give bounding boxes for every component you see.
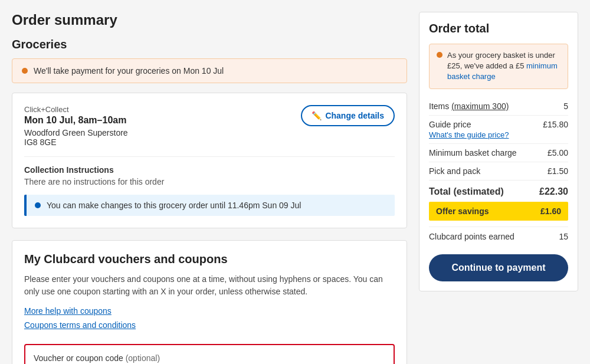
items-max: (maximum 300) — [451, 101, 509, 111]
basket-notice-text: As your grocery basket is under £25, we'… — [447, 50, 560, 83]
clubcard-value: 15 — [559, 232, 568, 241]
min-basket-label: Minimum basket charge — [429, 148, 517, 158]
slot-time: Mon 10 Jul, 8am–10am — [24, 115, 128, 126]
change-details-label: Change details — [325, 111, 384, 120]
min-basket-charge-link[interactable]: minimum basket charge — [447, 61, 558, 81]
delivery-info: Click+Collect Mon 10 Jul, 8am–10am Woodf… — [24, 105, 128, 147]
voucher-input-section: Voucher or coupon code (optional) Apply — [24, 344, 395, 364]
change-notice-box: You can make changes to this grocery ord… — [24, 195, 395, 216]
payment-notice-banner: We'll take payment for your groceries on… — [12, 58, 407, 83]
clubcard-row: Clubcard points earned 15 — [429, 227, 568, 246]
vouchers-card: My Clubcard vouchers and coupons Please … — [12, 240, 407, 364]
offer-savings-value: £1.60 — [540, 206, 561, 216]
total-label: Total (estimated) — [429, 186, 504, 197]
voucher-label: Voucher or coupon code (optional) — [34, 353, 385, 363]
groceries-section-title: Groceries — [12, 38, 407, 51]
notice-dot-icon — [22, 68, 28, 74]
order-total-sidebar: Order total As your grocery basket is un… — [419, 12, 578, 364]
offer-savings-label: Offer savings — [436, 206, 489, 216]
info-dot-icon — [35, 202, 41, 208]
pick-pack-value: £1.50 — [548, 166, 568, 176]
clubcard-label: Clubcard points earned — [429, 232, 514, 241]
basket-notice-dot-icon — [437, 52, 442, 58]
guide-price-line: Guide price What's the guide price? £15.… — [429, 116, 568, 144]
vouchers-description: Please enter your vouchers and coupons o… — [24, 273, 395, 298]
postcode: IG8 8GE — [24, 137, 128, 147]
min-basket-line: Minimum basket charge £5.00 — [429, 144, 568, 162]
payment-notice-text: We'll take payment for your groceries on… — [34, 66, 224, 76]
vouchers-title: My Clubcard vouchers and coupons — [24, 252, 395, 266]
optional-label: (optional) — [126, 353, 160, 363]
guide-price-link[interactable]: What's the guide price? — [429, 130, 509, 139]
pencil-icon: ✏️ — [312, 111, 322, 120]
order-total-title: Order total — [429, 22, 568, 35]
change-notice-text: You can make changes to this grocery ord… — [47, 201, 301, 210]
page-title: Order summary — [12, 12, 407, 28]
collection-instructions-label: Collection Instructions — [24, 165, 395, 175]
change-details-button[interactable]: ✏️ Change details — [301, 105, 395, 126]
min-basket-value: £5.00 — [548, 148, 568, 158]
total-value: £22.30 — [539, 186, 568, 197]
order-total-card: Order total As your grocery basket is un… — [419, 12, 578, 291]
guide-price-label: Guide price What's the guide price? — [429, 120, 509, 139]
continue-to-payment-button[interactable]: Continue to payment — [429, 254, 568, 281]
main-content: Order summary Groceries We'll take payme… — [12, 12, 407, 364]
total-line: Total (estimated) £22.30 — [429, 181, 568, 202]
more-help-link[interactable]: More help with coupons — [24, 306, 395, 316]
guide-price-value: £15.80 — [543, 120, 568, 129]
pick-pack-label: Pick and pack — [429, 166, 480, 176]
pick-pack-line: Pick and pack £1.50 — [429, 162, 568, 181]
items-line: Items (maximum 300) 5 — [429, 97, 568, 116]
items-count: 5 — [563, 101, 568, 111]
collection-instructions-text: There are no instructions for this order — [24, 177, 395, 186]
basket-notice: As your grocery basket is under £25, we'… — [429, 44, 568, 89]
items-label: Items (maximum 300) — [429, 101, 509, 111]
offer-savings-row: Offer savings £1.60 — [429, 202, 568, 221]
collection-instructions: Collection Instructions There are no ins… — [24, 156, 395, 186]
store-name: Woodford Green Superstore — [24, 128, 128, 137]
terms-link[interactable]: Coupons terms and conditions — [24, 320, 395, 330]
delivery-header: Click+Collect Mon 10 Jul, 8am–10am Woodf… — [24, 105, 395, 147]
order-card: Click+Collect Mon 10 Jul, 8am–10am Woodf… — [12, 93, 407, 228]
slot-type: Click+Collect — [24, 105, 128, 114]
